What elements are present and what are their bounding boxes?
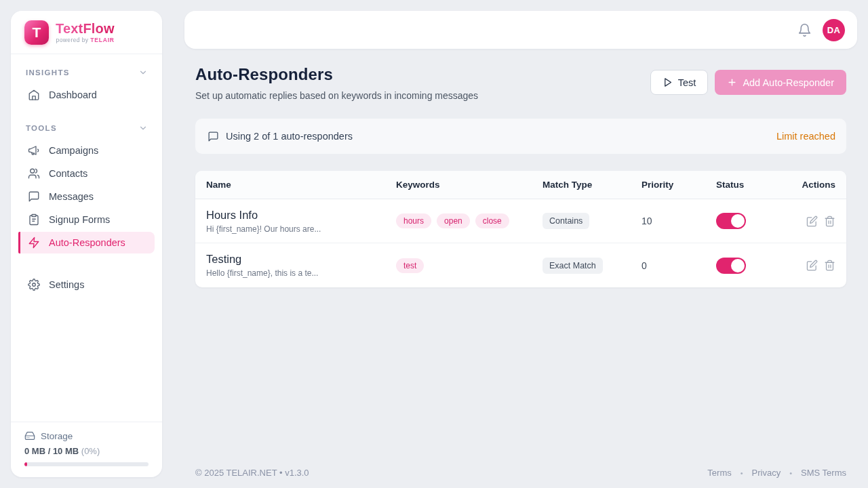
separator-dot: •	[741, 469, 743, 477]
lightning-icon	[28, 237, 40, 249]
toggle-knob	[731, 214, 745, 228]
sidebar-nav: INSIGHTS Dashboard TOOLS Campaigns	[11, 54, 162, 422]
responder-name: Hours Info	[206, 209, 396, 222]
column-header-priority: Priority	[642, 180, 716, 190]
app-logo[interactable]: T TextFlow powered by TELAIR	[11, 11, 162, 54]
top-bar: DA	[184, 11, 857, 49]
priority-value: 0	[642, 260, 716, 271]
page-footer: © 2025 TELAIR.NET • v1.3.0 Terms • Priva…	[195, 468, 846, 478]
main-content: Auto-Responders Set up automatic replies…	[184, 49, 857, 488]
responder-name: Testing	[206, 253, 396, 266]
table-row: Testing Hello {first_name}, this is a te…	[195, 243, 846, 287]
match-type-badge: Exact Match	[542, 258, 603, 274]
priority-value: 10	[642, 216, 716, 226]
delete-icon[interactable]	[824, 260, 835, 271]
avatar-initials: DA	[827, 25, 840, 35]
sidebar-item-signup-forms[interactable]: Signup Forms	[18, 209, 155, 230]
table-header-row: Name Keywords Match Type Priority Status…	[195, 171, 846, 199]
status-toggle[interactable]	[716, 213, 746, 229]
storage-progress-bar	[24, 462, 149, 466]
auto-responders-table: Name Keywords Match Type Priority Status…	[195, 171, 846, 287]
separator-dot: •	[789, 469, 792, 477]
responder-message-preview: Hi {first_name}! Our hours are...	[206, 224, 396, 234]
sidebar-item-settings[interactable]: Settings	[18, 274, 155, 296]
usage-banner: Using 2 of 1 auto-responders Limit reach…	[195, 119, 846, 154]
clipboard-icon	[28, 214, 40, 226]
section-header-tools[interactable]: TOOLS	[18, 118, 155, 138]
keyword-pill: open	[437, 214, 470, 228]
status-toggle[interactable]	[716, 258, 746, 274]
column-header-actions: Actions	[796, 180, 835, 190]
chat-bubble-icon	[28, 190, 40, 203]
privacy-link[interactable]: Privacy	[752, 468, 781, 478]
sidebar: T TextFlow powered by TELAIR INSIGHTS Da…	[11, 11, 162, 477]
column-header-name: Name	[206, 180, 396, 190]
match-type-badge: Contains	[542, 213, 589, 229]
column-header-keywords: Keywords	[396, 180, 542, 190]
chevron-down-icon	[138, 68, 148, 77]
users-icon	[28, 167, 40, 180]
play-icon	[663, 77, 673, 87]
hard-drive-icon	[24, 430, 35, 441]
app-title: TextFlow	[56, 22, 115, 36]
sidebar-item-label: Campaigns	[49, 145, 98, 156]
delete-icon[interactable]	[824, 216, 835, 227]
sidebar-item-auto-responders[interactable]: Auto-Responders	[18, 232, 155, 253]
test-button[interactable]: Test	[650, 70, 709, 95]
gear-icon	[28, 279, 40, 291]
table-row: Hours Info Hi {first_name}! Our hours ar…	[195, 199, 846, 243]
storage-progress-fill	[24, 462, 27, 466]
sms-terms-link[interactable]: SMS Terms	[801, 468, 846, 478]
column-header-status: Status	[716, 180, 796, 190]
sidebar-item-contacts[interactable]: Contacts	[18, 163, 155, 184]
chevron-down-icon	[138, 123, 148, 133]
storage-usage: 0 MB / 10 MB (0%)	[24, 446, 149, 456]
sidebar-item-label: Messages	[49, 191, 94, 202]
megaphone-icon	[28, 144, 40, 157]
sidebar-item-messages[interactable]: Messages	[18, 186, 155, 207]
storage-panel: Storage 0 MB / 10 MB (0%)	[11, 422, 162, 477]
sidebar-item-label: Auto-Responders	[49, 237, 125, 248]
limit-reached-badge: Limit reached	[776, 131, 835, 142]
home-icon	[28, 89, 40, 101]
keyword-pill: close	[475, 214, 509, 228]
toggle-knob	[731, 259, 745, 272]
section-header-insights[interactable]: INSIGHTS	[18, 62, 155, 83]
logo-letter: T	[33, 24, 41, 41]
plus-icon	[727, 77, 737, 87]
copyright-text: © 2025 TELAIR.NET • v1.3.0	[195, 468, 309, 478]
sidebar-item-label: Signup Forms	[49, 214, 110, 225]
edit-icon[interactable]	[806, 216, 818, 227]
sidebar-item-dashboard[interactable]: Dashboard	[18, 84, 155, 106]
add-auto-responder-button[interactable]: Add Auto-Responder	[715, 70, 846, 95]
usage-text: Using 2 of 1 auto-responders	[226, 131, 353, 142]
storage-label: Storage	[41, 431, 73, 441]
chat-bubble-icon	[208, 131, 219, 142]
keyword-pill: test	[396, 258, 424, 273]
powered-by-label: powered by TELAIR	[56, 37, 115, 43]
sidebar-item-label: Settings	[49, 279, 84, 290]
sidebar-item-label: Dashboard	[49, 89, 97, 100]
edit-icon[interactable]	[806, 260, 818, 271]
sidebar-item-label: Contacts	[49, 168, 87, 179]
sidebar-item-campaigns[interactable]: Campaigns	[18, 140, 155, 161]
user-avatar[interactable]: DA	[823, 19, 845, 41]
app-logo-icon: T	[24, 20, 49, 45]
page-subtitle: Set up automatic replies based on keywor…	[195, 90, 478, 101]
responder-message-preview: Hello {first_name}, this is a te...	[206, 268, 396, 278]
notifications-bell-icon[interactable]	[797, 23, 812, 37]
page-title: Auto-Responders	[195, 65, 478, 84]
terms-link[interactable]: Terms	[707, 468, 731, 478]
column-header-match-type: Match Type	[542, 180, 642, 190]
keyword-pill: hours	[396, 214, 431, 228]
storage-percent: (0%)	[81, 446, 100, 456]
brand-name: TELAIR	[90, 37, 115, 43]
